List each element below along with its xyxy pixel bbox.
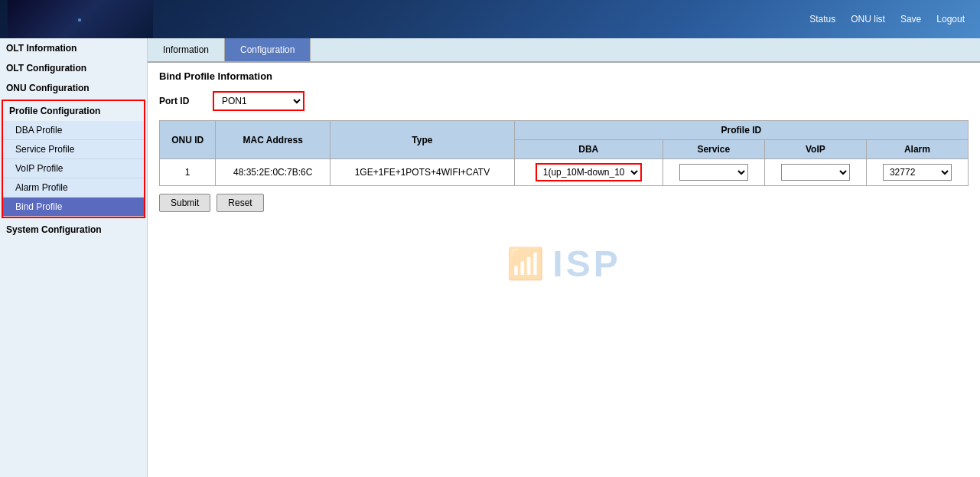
watermark: 📶 ISP: [159, 212, 969, 315]
sidebar: OLT Information OLT Configuration ONU Co…: [0, 38, 148, 477]
onu-list-link[interactable]: ONU list: [851, 14, 885, 25]
cell-dba[interactable]: 1(up_10M-down_10: [514, 159, 663, 186]
port-id-row: Port ID PON1 PON2 PON3 PON4: [159, 91, 969, 111]
cell-voip[interactable]: [764, 159, 866, 186]
port-id-label: Port ID: [159, 96, 205, 106]
tab-bar: Information Configuration: [148, 38, 980, 63]
header-logo: ●: [8, 0, 153, 38]
port-id-select[interactable]: PON1 PON2 PON3 PON4: [213, 91, 304, 111]
sidebar-item-voip-profile[interactable]: VoIP Profile: [3, 159, 144, 178]
bind-profile-table: ONU ID MAC Address Type Profile ID DBA S…: [159, 120, 969, 186]
col-type: Type: [330, 121, 515, 159]
cell-type: 1GE+1FE+1POTS+4WIFI+CATV: [330, 159, 515, 186]
col-onu-id: ONU ID: [160, 121, 216, 159]
col-voip: VoIP: [764, 140, 866, 159]
header: ● Status ONU list Save Logout: [0, 0, 980, 38]
watermark-text: ISP: [552, 243, 620, 285]
button-row: Submit Reset: [159, 194, 969, 212]
profile-config-wrapper: Profile Configuration DBA Profile Servic…: [2, 100, 145, 218]
cell-service[interactable]: [663, 159, 764, 186]
header-nav: Status ONU list Save Logout: [809, 14, 965, 25]
cell-mac-address: 48:35:2E:0C:7B:6C: [216, 159, 330, 186]
save-link[interactable]: Save: [900, 14, 921, 25]
sidebar-item-alarm-profile[interactable]: Alarm Profile: [3, 178, 144, 198]
sidebar-item-olt-information[interactable]: OLT Information: [0, 38, 147, 58]
content-area: Bind Profile Information Port ID PON1 PO…: [148, 63, 980, 323]
cell-alarm[interactable]: 32772: [866, 159, 968, 186]
sidebar-item-bind-profile[interactable]: Bind Profile: [3, 198, 144, 217]
logout-link[interactable]: Logout: [936, 14, 965, 25]
col-dba: DBA: [514, 140, 663, 159]
tab-information[interactable]: Information: [148, 38, 225, 61]
sidebar-item-olt-configuration[interactable]: OLT Configuration: [0, 58, 147, 78]
sidebar-item-onu-configuration[interactable]: ONU Configuration: [0, 78, 147, 98]
col-profile-id: Profile ID: [514, 121, 968, 140]
sidebar-item-dba-profile[interactable]: DBA Profile: [3, 121, 144, 140]
wifi-icon: 📶: [506, 246, 545, 282]
profile-configuration-header[interactable]: Profile Configuration: [3, 101, 144, 121]
logo-text: ●: [77, 15, 83, 24]
main-content: Information Configuration Bind Profile I…: [148, 38, 980, 477]
submit-button[interactable]: Submit: [159, 194, 210, 212]
col-service: Service: [663, 140, 764, 159]
reset-button[interactable]: Reset: [217, 194, 263, 212]
status-link[interactable]: Status: [809, 14, 835, 25]
service-select[interactable]: [679, 164, 748, 181]
cell-onu-id: 1: [160, 159, 216, 186]
sidebar-item-service-profile[interactable]: Service Profile: [3, 140, 144, 159]
col-alarm: Alarm: [866, 140, 968, 159]
layout: OLT Information OLT Configuration ONU Co…: [0, 38, 980, 477]
section-title: Bind Profile Information: [159, 70, 969, 82]
voip-select[interactable]: [781, 164, 850, 181]
alarm-select[interactable]: 32772: [883, 164, 952, 181]
sidebar-item-system-configuration[interactable]: System Configuration: [0, 220, 147, 240]
tab-configuration[interactable]: Configuration: [225, 38, 311, 61]
dba-select[interactable]: 1(up_10M-down_10: [536, 163, 642, 181]
col-mac-address: MAC Address: [216, 121, 330, 159]
table-row: 1 48:35:2E:0C:7B:6C 1GE+1FE+1POTS+4WIFI+…: [160, 159, 969, 186]
